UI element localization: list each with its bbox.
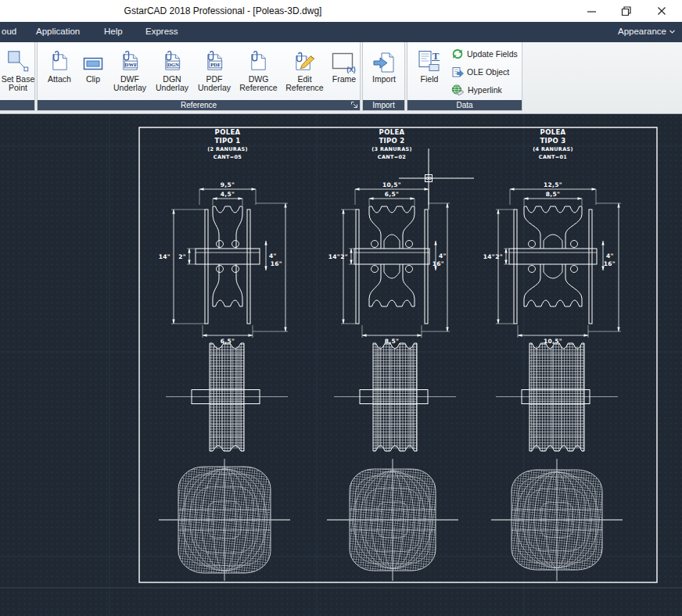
dim-left-height: 14" xyxy=(159,253,170,260)
panel-import: Import Import xyxy=(362,42,405,111)
dgn-underlay-label: DGN Underlay xyxy=(152,75,192,92)
pulley-1-title-line: TIPO 1 xyxy=(214,137,240,145)
svg-text:PDF: PDF xyxy=(210,62,220,67)
drawing-area[interactable]: POLEATIPO 1(2 RANURAS)CANT=059,5"4,5"6,5… xyxy=(0,114,682,616)
window-title: GstarCAD 2018 Professional - [Poleas-3D.… xyxy=(86,5,360,16)
pdf-underlay-label: PDF Underlay xyxy=(194,75,235,92)
dim-hub-left: 2" xyxy=(178,253,186,260)
svg-text:(X): (X) xyxy=(346,66,356,73)
dwg-reference-label: DWG Reference xyxy=(236,75,281,92)
dwg-reference-icon xyxy=(247,45,270,74)
frame-icon: (X) xyxy=(330,45,358,74)
set-base-point-label: Set Base Point xyxy=(1,75,35,92)
pulley-3-title-line: TIPO 3 xyxy=(540,137,565,145)
import-button[interactable]: Import xyxy=(365,45,403,84)
appearance-label: Appearance xyxy=(618,27,666,36)
pulley-1-title-line: (2 RANURAS) xyxy=(207,146,248,152)
drawing-canvas[interactable]: POLEATIPO 1(2 RANURAS)CANT=059,5"4,5"6,5… xyxy=(0,114,682,616)
pdf-underlay-icon: PDF xyxy=(203,45,226,74)
pulley-1-title-line: CANT=05 xyxy=(214,154,242,160)
dim-hub-left: 2" xyxy=(495,253,503,260)
title-bar: GstarCAD 2018 Professional - [Poleas-3D.… xyxy=(0,0,682,22)
dim-top-inner: 8,5" xyxy=(546,191,560,198)
dwf-underlay-label: DWF Underlay xyxy=(109,75,150,92)
field-button[interactable]: T Field xyxy=(412,45,447,84)
dim-right-height: 16" xyxy=(271,260,282,267)
menu-cloud[interactable]: oud xyxy=(2,27,16,36)
pulley-3-title-line: (4 RANURAS) xyxy=(533,146,573,152)
svg-text:DGN: DGN xyxy=(167,62,178,67)
field-label: Field xyxy=(421,75,439,84)
pdf-underlay-button[interactable]: PDF PDF Underlay xyxy=(194,45,235,92)
import-icon xyxy=(372,45,396,74)
pulley-3-title-line: POLEA xyxy=(540,128,566,136)
panel-base-point: Set Base Point xyxy=(0,42,35,111)
dgn-underlay-button[interactable]: DGN DGN Underlay xyxy=(152,45,192,92)
edit-reference-icon xyxy=(293,45,317,74)
dwf-underlay-icon: DWF xyxy=(119,45,142,74)
dim-right-height: 16" xyxy=(604,260,616,267)
ole-object-icon xyxy=(451,66,464,78)
clip-icon xyxy=(81,45,105,74)
svg-text:DWF: DWF xyxy=(124,62,137,67)
frame-button[interactable]: (X) Frame xyxy=(328,45,360,84)
dwf-underlay-button[interactable]: DWF DWF Underlay xyxy=(109,45,150,92)
data-group-label: Data xyxy=(456,101,472,109)
panel-label-base-point xyxy=(0,100,34,110)
update-fields-label: Update Fields xyxy=(467,49,518,59)
pulley-drawing-1: POLEATIPO 1(2 RANURAS)CANT=059,5"4,5"6,5… xyxy=(159,128,290,581)
dim-hub-right: 4" xyxy=(269,252,277,260)
dim-top-outer: 12,5" xyxy=(544,181,562,188)
dim-hub-right: 4" xyxy=(606,252,614,260)
dim-left-height: 14" xyxy=(483,253,495,260)
pulley-2-title-line: (3 RANURAS) xyxy=(372,146,412,152)
panel-label-import: Import xyxy=(363,100,404,110)
menu-express[interactable]: Express xyxy=(145,27,178,36)
panel-reference: Attach Clip DWF DWF Underlay DGN DGN Und… xyxy=(37,42,361,111)
dialog-launcher-button[interactable] xyxy=(350,101,358,109)
pulley-2-title-line: POLEA xyxy=(379,128,405,136)
edit-reference-label: Edit Reference xyxy=(282,75,327,92)
dim-top-inner: 6,5" xyxy=(385,191,399,198)
dim-hub-left: 2" xyxy=(340,253,348,260)
dwg-reference-button[interactable]: DWG Reference xyxy=(236,45,281,92)
pulley-drawing-2: POLEATIPO 2(3 RANURAS)CANT=0210,5"6,5"8,… xyxy=(327,128,458,581)
base-point-icon xyxy=(5,45,31,74)
dim-top-outer: 10,5" xyxy=(382,181,401,188)
ole-object-label: OLE Object xyxy=(467,67,509,77)
pulley-2-title-line: CANT=02 xyxy=(378,154,406,160)
edit-reference-button[interactable]: Edit Reference xyxy=(282,45,327,92)
appearance-menu[interactable]: Appearance xyxy=(618,27,676,36)
attach-label: Attach xyxy=(48,75,71,84)
set-base-point-button[interactable]: Set Base Point xyxy=(1,45,35,92)
crosshair-cursor xyxy=(399,149,474,210)
application-window: GstarCAD 2018 Professional - [Poleas-3D.… xyxy=(0,0,682,616)
update-fields-button[interactable]: Update Fields xyxy=(451,46,518,62)
ole-object-button[interactable]: OLE Object xyxy=(451,64,509,80)
dgn-underlay-icon: DGN xyxy=(161,45,184,74)
restore-button[interactable] xyxy=(615,2,637,20)
menu-bar: oud Application Help Express Appearance xyxy=(0,22,682,42)
hyperlink-button[interactable]: Hyperlink xyxy=(451,82,502,98)
restore-icon xyxy=(615,2,637,20)
attach-icon xyxy=(48,45,71,74)
close-icon xyxy=(651,2,673,20)
panel-label-reference: Reference xyxy=(38,100,360,110)
pulley-3-title-line: CANT=01 xyxy=(539,154,567,160)
menu-help[interactable]: Help xyxy=(104,27,123,36)
dim-top-inner: 4,5" xyxy=(221,191,235,198)
attach-button[interactable]: Attach xyxy=(42,45,77,84)
close-button[interactable] xyxy=(651,2,673,20)
menu-application[interactable]: Application xyxy=(36,27,80,36)
import-group-label: Import xyxy=(372,101,394,109)
pulley-drawing-3: POLEATIPO 3(4 RANURAS)CANT=0112,5"8,5"10… xyxy=(483,128,623,581)
minimize-button[interactable] xyxy=(580,2,602,20)
dim-hub-right: 4" xyxy=(439,252,447,260)
hyperlink-icon xyxy=(451,84,465,96)
dim-left-height: 14" xyxy=(328,253,340,260)
field-icon: T xyxy=(416,45,443,74)
hyperlink-label: Hyperlink xyxy=(468,85,502,95)
ribbon: Set Base Point Attach Clip DWF xyxy=(0,42,682,114)
panel-label-data: Data xyxy=(407,100,522,110)
clip-button[interactable]: Clip xyxy=(78,45,108,84)
